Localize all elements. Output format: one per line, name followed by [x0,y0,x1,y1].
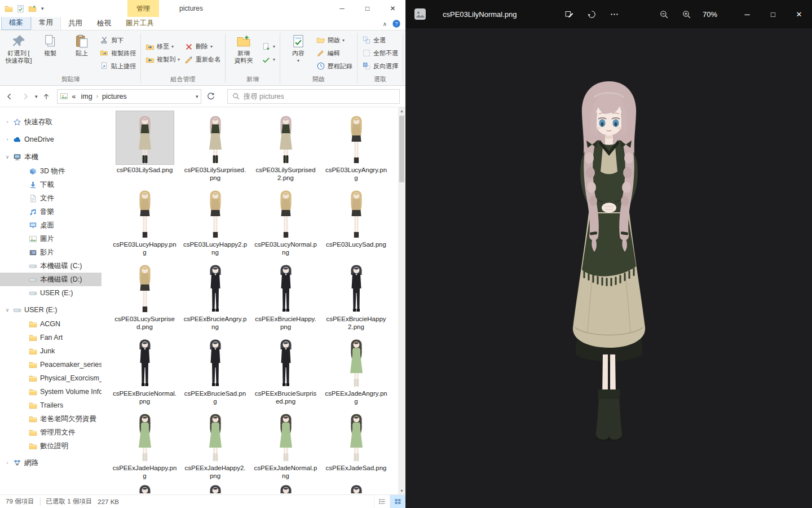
back-button[interactable] [2,89,17,104]
recent-locations-caret-icon[interactable]: ▾ [35,94,38,99]
file-item[interactable]: csPEExBrucieNormal.png [109,334,180,409]
sidebar-item[interactable]: 本機磁碟 (D:) [0,273,102,286]
file-item[interactable]: csPEExBrucieSad.png [180,334,250,409]
sidebar-item[interactable]: ›快速存取 [0,115,102,129]
ribbon-button[interactable]: 貼上 [67,32,97,57]
file-item[interactable]: csPEExBrucieSurprised.png [250,334,321,409]
ribbon-tab-1[interactable]: 常用 [31,15,61,30]
ribbon-button[interactable]: 歷程記錄 [315,60,354,72]
ribbon-button[interactable]: ▾ [260,54,277,66]
sidebar-item[interactable]: 3D 物件 [0,164,102,178]
sidebar-item[interactable]: ›OneDrive [0,132,102,147]
file-item[interactable]: csPEExJadeSad.png [321,409,391,483]
ribbon-button[interactable]: 複製 [35,32,65,57]
file-item[interactable]: csPEExBrucieHappy2.png [321,260,391,334]
help-icon[interactable]: ? [392,19,401,28]
rotate-button[interactable] [581,0,603,28]
forward-button[interactable] [18,89,33,104]
file-item[interactable]: csPE03LucyHappy.png [109,185,180,260]
photos-minimize-button[interactable]: ─ [734,0,760,28]
sidebar-item[interactable]: 圖片 [0,232,102,246]
up-button[interactable] [39,89,54,104]
photos-maximize-button[interactable]: □ [760,0,786,28]
breadcrumb-overflow[interactable]: « [71,93,77,100]
zoom-out-button[interactable] [653,0,676,28]
vertical-scrollbar[interactable]: ▴ ▾ [398,107,405,494]
thumbnail-view-button[interactable] [390,495,405,508]
ribbon-button[interactable]: 釘選到 [ 快速存取] [3,32,34,64]
file-item[interactable]: csPEExJadeNormal.png [250,409,321,483]
sidebar-item[interactable]: 音樂 [0,205,102,218]
ribbon-button[interactable]: 剪下 [98,34,138,46]
ribbon-button[interactable]: 新增 資料夾 [228,32,259,64]
sidebar-item[interactable]: USER (E:) [0,286,102,300]
file-item[interactable]: csPE03LilySad.png [109,111,180,185]
maximize-button[interactable]: □ [355,0,380,17]
sidebar-item[interactable]: 數位證明 [0,439,102,453]
sidebar-item[interactable]: 桌面 [0,218,102,232]
search-input[interactable] [244,93,395,100]
file-item[interactable]: csPE03LilySurprised2.png [250,111,321,185]
expand-chevron-icon[interactable]: › [5,137,10,142]
close-button[interactable]: ✕ [380,0,405,17]
new-folder-quick-icon[interactable] [28,5,37,13]
ribbon-button[interactable]: 刪除▾ [183,41,222,53]
sidebar-item[interactable]: System Volume Inform [0,385,102,398]
ribbon-button[interactable]: 編輯 [315,47,354,59]
breadcrumb-segment-img[interactable]: img [80,93,93,100]
scroll-down-arrow-icon[interactable]: ▾ [400,487,403,494]
sidebar-item[interactable]: 老爸老闆欠勞資費 [0,412,102,426]
customize-toolbar-caret-icon[interactable]: ▾ [41,6,44,11]
file-item[interactable]: csPEExJadeHappy2.png [180,409,250,483]
properties-quick-icon[interactable] [16,5,25,13]
expand-chevron-icon[interactable]: › [5,460,10,466]
ribbon-tab-0[interactable]: 檔案 [1,15,31,30]
ribbon-button[interactable]: ▾ [260,41,277,53]
sidebar-item[interactable]: 本機磁碟 (C:) [0,259,102,273]
ribbon-tab-3[interactable]: 檢視 [90,16,118,30]
ribbon-button[interactable]: 移至▾ [144,41,182,53]
ribbon-button[interactable]: 全部不選 [360,47,400,59]
file-item[interactable]: csPE03LilySurprised.png [180,111,250,185]
ribbon-tab-4[interactable]: 圖片工具 [118,16,161,30]
sidebar-item[interactable]: ∨USER (E:) [0,303,102,317]
sidebar-item[interactable]: ›網路 [0,456,102,470]
context-tab-manage[interactable]: 管理 [127,0,159,17]
file-item[interactable]: csPEExJadeAngry.png [321,334,391,409]
sidebar-item[interactable]: ACGN [0,317,102,331]
photos-close-button[interactable]: ✕ [786,0,812,28]
sidebar-item[interactable]: 管理用文件 [0,426,102,439]
file-item[interactable]: csPE03LucyHappy2.png [180,185,250,260]
address-dropdown-caret-icon[interactable]: ▾ [196,94,198,99]
details-view-button[interactable] [374,495,390,508]
file-item[interactable]: csPEExBrucieHappy.png [250,260,321,334]
expand-chevron-icon[interactable]: › [5,119,10,125]
ribbon-button[interactable]: 貼上捷徑 [98,60,138,72]
file-item-partial[interactable] [109,483,180,493]
ribbon-button[interactable]: 反向選擇 [360,60,400,72]
more-options-button[interactable] [603,0,626,28]
sidebar-item[interactable]: Junk [0,344,102,358]
scroll-up-arrow-icon[interactable]: ▴ [400,107,403,115]
file-item[interactable]: csPEExBrucieAngry.png [180,260,250,334]
ribbon-collapse-icon[interactable]: ∧ [383,21,387,27]
ribbon-button[interactable]: 複製到▾ [144,54,182,66]
file-item-partial[interactable] [321,483,391,493]
explorer-folder-icon[interactable] [5,5,13,13]
file-item-partial[interactable] [250,483,321,493]
sidebar-item[interactable]: Fan Art [0,331,102,344]
expand-chevron-icon[interactable]: ∨ [5,154,10,160]
sidebar-item[interactable]: ∨本機 [0,150,102,164]
ribbon-button[interactable]: 複製路徑 [98,47,138,59]
file-item[interactable]: csPEExJadeHappy.png [109,409,180,483]
edit-image-button[interactable] [558,0,581,28]
file-item[interactable]: csPE03LucySad.png [321,185,391,260]
zoom-in-button[interactable] [676,0,698,28]
sidebar-item[interactable]: 文件 [0,191,102,205]
ribbon-button[interactable]: 重新命名 [183,54,222,66]
file-item-partial[interactable] [180,483,250,493]
sidebar-item[interactable]: 影片 [0,246,102,259]
zoom-level[interactable]: 70% [698,10,722,19]
file-item[interactable]: csPE03LucyAngry.png [321,111,391,185]
ribbon-button[interactable]: 內容▾ [283,32,314,63]
